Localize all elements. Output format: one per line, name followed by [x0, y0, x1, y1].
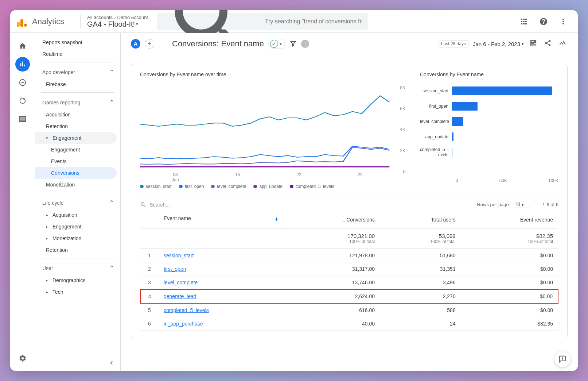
customize-report-icon[interactable]: [528, 38, 538, 50]
logo-block: Analytics: [17, 16, 77, 27]
nav-monetization[interactable]: Monetization: [35, 179, 120, 190]
row-event-name: in_app_purchase: [159, 317, 284, 331]
y-tick: 2K: [400, 148, 405, 153]
row-event-name: session_start: [159, 249, 284, 262]
row-index: 4: [140, 289, 159, 303]
chevron-up-icon: ⌃: [109, 264, 114, 272]
legend-item[interactable]: completed_5_levels: [290, 184, 334, 189]
collapse-panel-button[interactable]: [108, 359, 115, 368]
breadcrumb-account: Demo Account: [117, 15, 148, 20]
property-selector[interactable]: All accounts › Demo Account GA4 - Flood-…: [80, 15, 148, 28]
account-breadcrumb: All accounts › Demo Account: [87, 15, 148, 20]
total-revenue: $82.35100% of total: [461, 228, 558, 249]
dimension-selector[interactable]: ▾: [268, 39, 285, 49]
info-chip[interactable]: I: [301, 40, 309, 48]
add-comparison-button[interactable]: +: [145, 39, 154, 49]
bar-fill: [452, 86, 552, 95]
app-window: Analytics All accounts › Demo Account GA…: [10, 10, 578, 371]
row-users: 31,351: [380, 262, 461, 276]
nav-reports-snapshot[interactable]: Reports snapshot: [35, 36, 120, 48]
line-chart: 8K 6K 4K 2K 0 08Jan152229: [140, 83, 405, 178]
section-life-cycle[interactable]: Life cycle⌃: [35, 195, 120, 209]
table-row: 1session_start121,978.0051,680$0.00: [140, 249, 558, 262]
nav-conversions[interactable]: Conversions: [35, 167, 117, 179]
col-event-name[interactable]: Event name +: [159, 211, 284, 228]
nav-lc-retention[interactable]: Retention: [35, 244, 120, 256]
date-range-picker[interactable]: Jan 6 - Feb 2, 2023▾: [473, 41, 524, 47]
nav-explore[interactable]: [15, 75, 30, 90]
caret-right-icon: ▸: [46, 278, 50, 283]
nav-advertising[interactable]: [15, 93, 30, 108]
caret-right-icon: ▸: [46, 290, 50, 295]
line-chart-panel: Conversions by Event name over time 8K 6…: [140, 72, 405, 189]
row-conversions: 13,746.00: [284, 276, 380, 290]
insights-icon[interactable]: [557, 38, 568, 50]
section-user[interactable]: User⌃: [35, 261, 120, 274]
line-chart-title: Conversions by Event name over time: [140, 72, 405, 77]
more-vert-icon[interactable]: [555, 14, 571, 30]
event-link[interactable]: first_open: [164, 266, 186, 272]
nav-configure[interactable]: [15, 112, 30, 126]
help-icon[interactable]: [536, 14, 552, 30]
legend-dot-icon: [211, 185, 215, 188]
date-preset-pill: Last 28 days: [439, 40, 468, 47]
legend-item[interactable]: session_start: [140, 184, 172, 189]
share-icon[interactable]: [543, 38, 553, 50]
legend-item[interactable]: first_open: [179, 184, 204, 189]
caret-down-icon: ▾: [46, 136, 50, 141]
legend-item[interactable]: app_update: [253, 184, 282, 189]
event-link[interactable]: completed_5_levels: [164, 307, 209, 313]
section-app-developer[interactable]: App developer⌃: [35, 65, 120, 78]
search-box[interactable]: [157, 13, 368, 30]
x-tick: 22: [296, 172, 301, 182]
rows-per-label: Rows per page:: [477, 202, 510, 207]
nav-lc-monetization[interactable]: ▸Monetization: [35, 232, 120, 244]
filter-icon[interactable]: [289, 40, 297, 47]
row-conversions: 2,624.00: [284, 289, 380, 303]
nav-lc-engagement[interactable]: ▸Engagement: [35, 221, 120, 232]
add-dimension-button[interactable]: +: [274, 215, 279, 224]
analytics-logo-icon: [17, 16, 27, 27]
bar-label: level_complete: [420, 119, 452, 124]
row-index: 3: [140, 276, 159, 290]
table-search[interactable]: Search...: [140, 201, 170, 208]
col-conversions[interactable]: ↓ Conversions: [284, 211, 380, 228]
nav-engagement-overview[interactable]: Engagement: [35, 144, 120, 155]
bar-fill: [452, 102, 478, 111]
nav-games-retention[interactable]: Retention: [35, 120, 120, 132]
table-row: 6in_app_purchase40.0024$82.35: [140, 317, 558, 331]
bar-chart-title: Conversions by Event name: [420, 72, 558, 77]
nav-tech[interactable]: ▸Tech: [35, 286, 120, 298]
legend-label: completed_5_levels: [296, 184, 334, 189]
nav-games-engagement[interactable]: ▾Engagement: [35, 132, 117, 144]
event-link[interactable]: generate_lead: [164, 293, 196, 299]
nav-events[interactable]: Events: [35, 155, 120, 167]
search-input[interactable]: [265, 18, 362, 25]
nav-admin[interactable]: [15, 351, 30, 366]
nav-reports[interactable]: [15, 57, 30, 72]
row-users: 51,680: [380, 249, 461, 262]
table-row: 3level_complete13,746.003,496$0.00: [140, 276, 558, 290]
section-games-reporting[interactable]: Games reporting⌃: [35, 95, 120, 109]
nav-lc-acquisition[interactable]: ▸Acquisition: [35, 209, 120, 221]
apps-icon[interactable]: [516, 14, 532, 30]
col-event-revenue[interactable]: Event revenue: [461, 211, 558, 228]
feedback-button[interactable]: [554, 351, 571, 367]
page-info: 1-6 of 6: [542, 202, 558, 207]
rows-per-page[interactable]: Rows per page: 10 ▾: [477, 201, 530, 208]
nav-games-acquisition[interactable]: Acquisition: [35, 109, 120, 120]
legend-item[interactable]: level_complete: [211, 184, 246, 189]
event-link[interactable]: session_start: [164, 253, 194, 258]
segment-chip-all[interactable]: A: [131, 39, 140, 49]
nav-home[interactable]: [15, 39, 30, 53]
caret-down-icon: ▾: [522, 42, 524, 46]
nav-realtime[interactable]: Realtime: [35, 48, 120, 60]
row-conversions: 616.00: [284, 303, 380, 317]
event-link[interactable]: in_app_purchase: [164, 321, 203, 327]
bar-x-tick: 50K: [499, 178, 507, 183]
col-total-users[interactable]: Total users: [380, 211, 461, 228]
row-event-name: generate_lead: [159, 289, 284, 303]
event-link[interactable]: level_complete: [164, 280, 198, 285]
nav-firebase[interactable]: Firebase: [35, 78, 120, 90]
nav-demographics[interactable]: ▸Demographics: [35, 274, 120, 286]
